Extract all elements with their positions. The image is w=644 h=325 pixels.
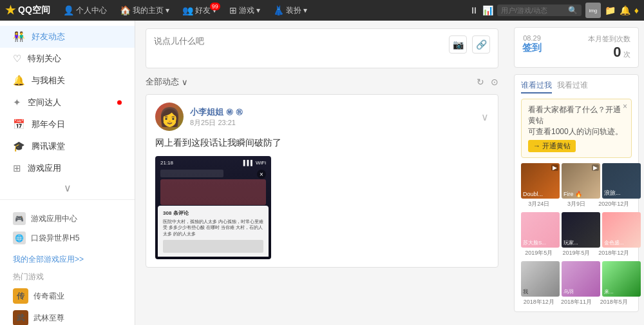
sidebar-item-space-master[interactable]: ✦ 空间达人 xyxy=(0,92,135,113)
camera-button[interactable]: 📷 xyxy=(449,35,467,54)
sidebar-collapse-button[interactable]: ∨ xyxy=(0,179,135,197)
post-username[interactable]: 小李姐姐 ㊙ ㊗ xyxy=(190,106,475,118)
date-label: 3月9日 xyxy=(558,200,594,208)
badge-congrats: ㊗ xyxy=(236,107,243,117)
chevron-down-icon: ∨ xyxy=(64,182,71,193)
thumbnail-section-1: Doubl... ▶ Fire 🔥 ▶ 浪旅... xyxy=(521,163,632,208)
sidebar-item-game-apps[interactable]: ⊞ 游戏应用 xyxy=(0,157,135,179)
thumb-image: 金色盛... xyxy=(602,212,641,248)
nav-icon-diamond[interactable]: ♦ xyxy=(634,5,639,15)
tab-who-visited-me[interactable]: 谁看过我 xyxy=(521,80,552,94)
thumb-play-icon: ▶ xyxy=(592,164,599,171)
friends-feed-icon: 👫 xyxy=(13,31,25,43)
target-icon[interactable]: ⊙ xyxy=(491,77,498,87)
thumb-label: Fire 🔥 xyxy=(564,191,582,197)
calendar-icon: 📅 xyxy=(13,119,25,130)
chevron-down-icon: ▾ xyxy=(166,6,169,15)
sidebar-label-space-master: 空间达人 xyxy=(28,97,61,108)
sidebar-label-game-apps: 游戏应用 xyxy=(28,162,61,174)
sidebar-app-pocket-world[interactable]: 🌐 口袋异世界H5 xyxy=(10,228,124,248)
refresh-icon[interactable]: ↻ xyxy=(477,77,484,87)
thumb-item[interactable]: 玩家... xyxy=(562,212,600,248)
thumb-item[interactable]: 来... xyxy=(602,261,641,297)
link-button[interactable]: 🔗 xyxy=(472,35,490,54)
post-input[interactable] xyxy=(154,35,444,61)
nav-icon-folder[interactable]: 📁 xyxy=(605,5,616,15)
search-bar[interactable]: 🔍 xyxy=(497,5,582,16)
chevron-down-icon: ▾ xyxy=(303,6,307,15)
logo[interactable]: ★ QQ空间 xyxy=(5,3,50,17)
person-icon: 👤 xyxy=(63,5,74,15)
sidebar-game-wulin[interactable]: 武 武林至尊 xyxy=(0,307,135,325)
sign-action-button[interactable]: 签到 xyxy=(522,42,542,54)
tab-who-i-visited[interactable]: 我看过谁 xyxy=(557,80,588,94)
thumb-label: 苏大脸S... xyxy=(523,239,546,246)
sidebar-item-tencent-class[interactable]: 🎓 腾讯课堂 xyxy=(0,135,135,157)
thumb-label: 浪旅... xyxy=(604,189,621,197)
main-layout: 👫 好友动态 ♡ 特别关心 🔔 与我相关 ✦ 空间达人 📅 那年今日 🎓 腾讯课… xyxy=(0,21,644,325)
sign-count-label: 本月签到次数 xyxy=(548,34,630,44)
app-label-pocket-world: 口袋异世界H5 xyxy=(31,233,79,244)
sidebar: 👫 好友动态 ♡ 特别关心 🔔 与我相关 ✦ 空间达人 📅 那年今日 🎓 腾讯课… xyxy=(0,21,135,325)
friends-badge: 99 xyxy=(210,3,220,10)
feed-filter-selector[interactable]: 全部动态 ∨ xyxy=(146,76,188,88)
thumb-image: 乌羽 xyxy=(562,261,600,297)
thumb-item[interactable]: 浪旅... xyxy=(602,163,641,199)
promo-action-button[interactable]: → 开通黄钻 xyxy=(528,140,576,152)
phone-screen: 21:18 ▌▌▌ WiFi 308 条评论 医院中大村，孤独的人太多 内心孤独… xyxy=(155,156,271,259)
phone-content: 308 条评论 医院中大村，孤独的人太多 内心孤独，时常心里难受 多多少少有些心… xyxy=(158,167,269,257)
nav-fashion[interactable]: 👗 装扮 ▾ xyxy=(268,0,312,21)
sidebar-game-legend[interactable]: 传 传奇霸业 xyxy=(0,285,135,307)
thumb-item[interactable]: 金色盛... xyxy=(602,212,641,248)
top-nav: ★ QQ空间 👤 个人中心 🏠 我的主页 ▾ 👥 好友 ▾ 99 ⊞ 游戏 ▾ … xyxy=(0,0,644,21)
thumbnails-row-1: Doubl... ▶ Fire 🔥 ▶ 浪旅... xyxy=(521,163,632,199)
sidebar-hot-games-title: 热门游戏 xyxy=(0,268,135,285)
sign-count-section: 本月签到次数 0 次 xyxy=(548,34,630,61)
thumb-item[interactable]: 乌羽 xyxy=(562,261,600,297)
nav-icon-notify[interactable]: 🔔 xyxy=(620,5,630,15)
sidebar-label-on-this-day: 那年今日 xyxy=(32,119,65,130)
filter-arrow-icon: ∨ xyxy=(182,77,188,87)
sidebar-apps-section: 🎮 游戏应用中心 🌐 口袋异世界H5 xyxy=(0,202,135,251)
sidebar-app-game-center[interactable]: 🎮 游戏应用中心 xyxy=(10,209,124,228)
avatar-text: img xyxy=(589,8,597,14)
post-input-box: 📷 🔗 xyxy=(146,28,498,68)
pocket-world-icon: 🌐 xyxy=(13,231,26,244)
thumb-item[interactable]: 我 xyxy=(521,261,560,297)
nav-personal-center[interactable]: 👤 个人中心 xyxy=(58,0,112,21)
nav-friends[interactable]: 👥 好友 ▾ 99 xyxy=(177,0,222,21)
avatar[interactable]: img xyxy=(585,3,601,18)
sidebar-divider xyxy=(0,199,135,200)
pause-icon[interactable]: ⏸ xyxy=(469,5,478,15)
post-collapse-button[interactable]: ∨ xyxy=(481,111,489,123)
sidebar-item-special-care[interactable]: ♡ 特别关心 xyxy=(0,48,135,70)
sidebar-label-related: 与我相关 xyxy=(32,75,65,86)
nav-friends-label: 好友 xyxy=(195,5,211,16)
nav-personal-label: 个人中心 xyxy=(76,5,107,16)
search-input[interactable] xyxy=(501,6,565,14)
home-icon: 🏠 xyxy=(120,5,131,15)
close-icon[interactable]: × xyxy=(257,170,266,179)
sidebar-item-friends-feed[interactable]: 👫 好友动态 xyxy=(0,26,135,48)
friends-icon: 👥 xyxy=(182,5,193,15)
nav-games[interactable]: ⊞ 游戏 ▾ xyxy=(224,0,265,21)
wulin-game-label: 武林至尊 xyxy=(33,313,64,324)
blur-overlay xyxy=(163,240,263,253)
who-visited-header: 谁看过我 我看过谁 xyxy=(521,80,632,94)
bar-chart-icon[interactable]: 📊 xyxy=(482,5,493,15)
thumbnail-section-3: 我 乌羽 来... 2018年12月 xyxy=(521,261,632,306)
date-labels-row-3: 2018年12月 2018年11月 2018年5月 xyxy=(521,298,632,306)
promo-close-button[interactable]: × xyxy=(623,102,627,111)
sidebar-item-related[interactable]: 🔔 与我相关 xyxy=(0,70,135,92)
sidebar-item-on-this-day[interactable]: 📅 那年今日 xyxy=(0,113,135,135)
link-icon: 🔗 xyxy=(476,39,487,50)
camera-icon: 📷 xyxy=(453,39,464,50)
thumb-item[interactable]: 苏大脸S... xyxy=(521,212,560,248)
date-labels-row-2: 2019年5月 2019年5月 2018年12月 xyxy=(521,249,632,257)
post-username-text: 小李姐姐 xyxy=(190,106,223,118)
thumb-item[interactable]: Fire 🔥 ▶ xyxy=(562,163,600,199)
sidebar-all-apps-link[interactable]: 我的全部游戏应用>> xyxy=(0,251,135,268)
nav-my-home[interactable]: 🏠 我的主页 ▾ xyxy=(115,0,175,21)
sidebar-label-friends-feed: 好友动态 xyxy=(32,31,65,43)
thumb-item[interactable]: Doubl... ▶ xyxy=(521,163,560,199)
